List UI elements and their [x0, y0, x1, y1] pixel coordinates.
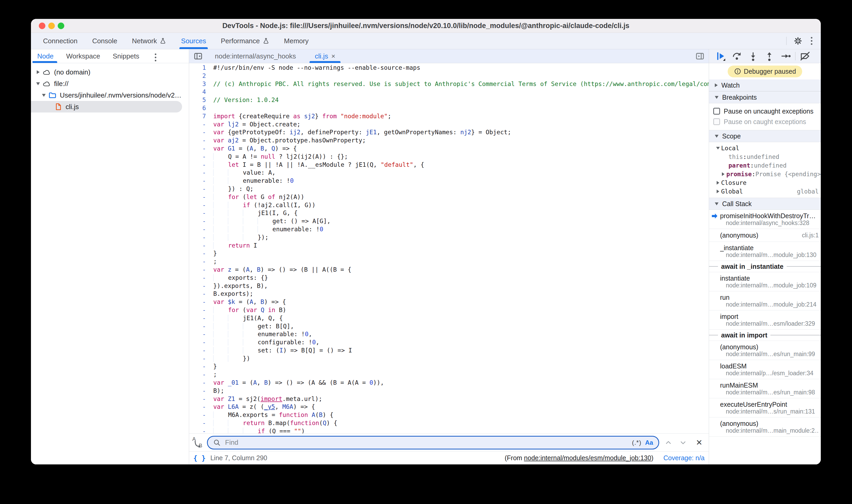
- line-gutter[interactable]: -: [189, 282, 213, 290]
- line-gutter[interactable]: -: [189, 136, 213, 144]
- line-gutter[interactable]: -: [189, 403, 213, 411]
- line-gutter[interactable]: 6: [189, 104, 213, 112]
- line-gutter[interactable]: -: [189, 128, 213, 136]
- call-stack-frame[interactable]: (anonymous)cli.js:1: [709, 229, 821, 242]
- line-gutter[interactable]: -: [189, 241, 213, 250]
- line-gutter[interactable]: -: [189, 290, 213, 298]
- call-stack-frame[interactable]: _instantiatenode:internal/m…module_job:1…: [709, 242, 821, 261]
- line-gutter[interactable]: -: [189, 168, 213, 177]
- line-gutter[interactable]: -: [189, 257, 213, 266]
- toggle-navigator-icon[interactable]: [189, 49, 207, 63]
- close-tab-icon[interactable]: ×: [331, 52, 335, 60]
- line-gutter[interactable]: -: [189, 217, 213, 225]
- editor-tab-node-internal-async-hooks[interactable]: node:internal/async_hooks: [207, 49, 307, 63]
- line-gutter[interactable]: -: [189, 233, 213, 241]
- find-previous-icon[interactable]: [663, 439, 674, 446]
- collapsed-triangle-icon[interactable]: [715, 190, 721, 193]
- resume-script-icon[interactable]: [714, 50, 727, 62]
- tree-item--no-domain-[interactable]: (no domain): [31, 66, 189, 78]
- collapsed-triangle-icon[interactable]: [720, 172, 726, 176]
- collapsed-triangle-icon[interactable]: [35, 70, 41, 74]
- line-gutter[interactable]: -: [189, 419, 213, 427]
- minimize-window-button[interactable]: [48, 22, 55, 29]
- close-window-button[interactable]: [39, 22, 46, 29]
- toolbar-tab-network[interactable]: Network: [125, 33, 174, 49]
- toolbar-tab-connection[interactable]: Connection: [36, 33, 85, 49]
- scope-section-header[interactable]: Scope: [709, 130, 821, 142]
- expanded-triangle-icon[interactable]: [35, 82, 41, 85]
- line-gutter[interactable]: -: [189, 152, 213, 161]
- line-gutter[interactable]: -: [189, 314, 213, 322]
- sidebar-tab-snippets[interactable]: Snippets: [107, 49, 146, 63]
- line-gutter[interactable]: -: [189, 209, 213, 217]
- find-next-icon[interactable]: [678, 439, 689, 446]
- open-in-panel-icon[interactable]: [691, 49, 709, 63]
- line-gutter[interactable]: -: [189, 185, 213, 193]
- source-origin-link[interactable]: node:internal/modules/esm/module_job:130: [524, 454, 651, 462]
- step-out-icon[interactable]: [763, 50, 776, 62]
- line-gutter[interactable]: 7: [189, 112, 213, 120]
- line-gutter[interactable]: -: [189, 266, 213, 274]
- sidebar-tab-node[interactable]: Node: [31, 49, 60, 63]
- call-stack-frame[interactable]: (anonymous)node:internal/m…es/run_main:9…: [709, 341, 821, 360]
- line-gutter[interactable]: -: [189, 193, 213, 201]
- watch-section-header[interactable]: Watch: [709, 79, 821, 91]
- line-gutter[interactable]: 4: [189, 88, 213, 96]
- call-stack-frame[interactable]: executeUserEntryPointnode:internal/m…s/r…: [709, 398, 821, 417]
- settings-gear-icon[interactable]: [794, 36, 802, 46]
- line-gutter[interactable]: -: [189, 395, 213, 403]
- line-gutter[interactable]: -: [189, 379, 213, 387]
- call-stack-frame[interactable]: loadESMnode:internal/p…/esm_loader:34: [709, 360, 821, 379]
- editor-tab-cli-js[interactable]: cli.js×: [307, 49, 343, 63]
- coverage-link[interactable]: Coverage: n/a: [663, 454, 705, 462]
- line-gutter[interactable]: -: [189, 249, 213, 257]
- more-options-icon[interactable]: [809, 35, 814, 47]
- line-gutter[interactable]: 1: [189, 64, 213, 72]
- line-gutter[interactable]: -: [189, 427, 213, 433]
- source-code-view[interactable]: 1#!/usr/bin/env -S node --no-warnings --…: [189, 63, 709, 433]
- line-gutter[interactable]: -: [189, 387, 213, 395]
- line-gutter[interactable]: -: [189, 298, 213, 306]
- collapsed-triangle-icon[interactable]: [715, 181, 721, 185]
- line-gutter[interactable]: -: [189, 322, 213, 330]
- call-stack-frame[interactable]: runMainESMnode:internal/m…es/run_main:98: [709, 379, 821, 398]
- checkbox[interactable]: [713, 108, 720, 114]
- line-gutter[interactable]: -: [189, 225, 213, 233]
- scope-row[interactable]: this: undefined: [709, 152, 821, 161]
- toolbar-tab-sources[interactable]: Sources: [174, 33, 213, 49]
- line-gutter[interactable]: -: [189, 338, 213, 346]
- step-into-icon[interactable]: [746, 50, 760, 62]
- breakpoint-toggle-row[interactable]: Pause on uncaught exceptions: [709, 106, 821, 116]
- line-gutter[interactable]: -: [189, 355, 213, 363]
- pretty-print-icon[interactable]: { }: [193, 454, 206, 462]
- line-gutter[interactable]: -: [189, 362, 213, 371]
- toolbar-tab-memory[interactable]: Memory: [277, 33, 316, 49]
- scope-row[interactable]: Local: [709, 144, 821, 152]
- toolbar-tab-performance[interactable]: Performance: [214, 33, 277, 49]
- line-gutter[interactable]: -: [189, 177, 213, 185]
- step-icon[interactable]: [779, 50, 793, 62]
- call-stack-frame[interactable]: (anonymous)node:internal/m…main_module:2…: [709, 417, 821, 437]
- checkbox[interactable]: [713, 118, 720, 125]
- call-stack-frame[interactable]: promiseInitHookWithDestroyTr…node:intern…: [709, 210, 821, 229]
- line-gutter[interactable]: -: [189, 330, 213, 338]
- tree-item-users-jinhuilee-nvm-versions-node-v2-[interactable]: Users/jinhuilee/.nvm/versions/node/v2…: [31, 89, 189, 101]
- call-stack-frame[interactable]: runnode:internal/m…module_job:214: [709, 291, 821, 310]
- line-gutter[interactable]: -: [189, 120, 213, 128]
- zoom-window-button[interactable]: [58, 22, 64, 29]
- match-case-toggle-button[interactable]: Aa: [645, 439, 653, 446]
- call-stack-frame[interactable]: instantiatenode:internal/m…module_job:10…: [709, 272, 821, 291]
- line-gutter[interactable]: 3: [189, 80, 213, 88]
- line-gutter[interactable]: -: [189, 161, 213, 169]
- breakpoints-section-header[interactable]: Breakpoints: [709, 91, 821, 103]
- toolbar-tab-console[interactable]: Console: [85, 33, 125, 49]
- expanded-triangle-icon[interactable]: [715, 147, 721, 149]
- line-gutter[interactable]: -: [189, 274, 213, 282]
- replace-toggle-icon[interactable]: AB: [192, 437, 203, 449]
- line-gutter[interactable]: 2: [189, 72, 213, 80]
- expanded-triangle-icon[interactable]: [40, 94, 47, 97]
- scope-row[interactable]: Globalglobal: [709, 187, 821, 196]
- tree-item-cli-js[interactable]: cli.js: [31, 101, 182, 112]
- scope-row[interactable]: promise: Promise {<pending>}: [709, 170, 821, 178]
- scope-row[interactable]: Closure: [709, 178, 821, 187]
